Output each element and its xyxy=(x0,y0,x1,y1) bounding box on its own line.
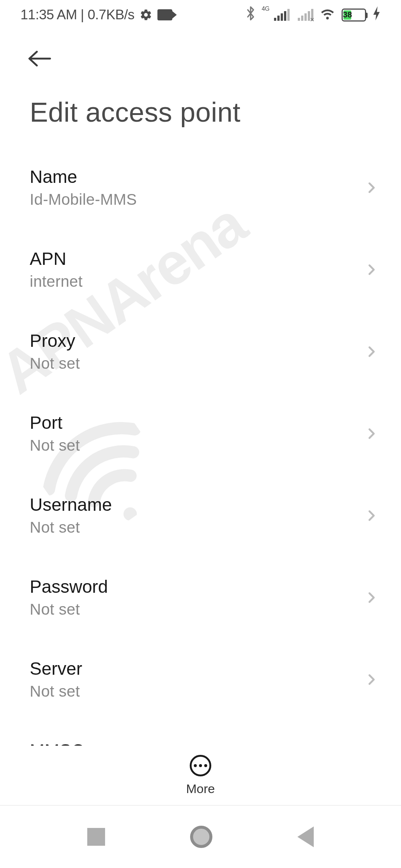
system-nav-bar xyxy=(0,805,401,868)
setting-proxy[interactable]: Proxy Not set xyxy=(0,310,401,392)
status-left: 11:35 AM | 0.7KB/s xyxy=(20,7,172,23)
wifi-icon xyxy=(319,7,336,24)
gear-icon xyxy=(140,9,152,21)
nav-recent-button[interactable] xyxy=(87,828,105,846)
setting-label: Password xyxy=(30,576,364,597)
chevron-right-icon xyxy=(364,262,379,277)
setting-server[interactable]: Server Not set xyxy=(0,638,401,720)
page-title: Edit access point xyxy=(0,82,401,147)
chevron-right-icon xyxy=(364,672,379,687)
setting-value: Id-Mobile-MMS xyxy=(30,191,364,208)
setting-label: Port xyxy=(30,412,364,433)
settings-list: Name Id-Mobile-MMS APN internet Proxy No… xyxy=(0,147,401,848)
setting-label: Proxy xyxy=(30,331,364,351)
arrow-left-icon xyxy=(28,50,51,67)
setting-label: Name xyxy=(30,167,364,187)
setting-label: Server xyxy=(30,658,364,679)
setting-password[interactable]: Password Not set xyxy=(0,556,401,638)
back-button[interactable] xyxy=(28,47,52,70)
more-button[interactable]: More xyxy=(0,746,401,805)
bluetooth-icon xyxy=(245,6,256,24)
chevron-right-icon xyxy=(364,590,379,605)
charging-icon xyxy=(373,6,381,23)
chevron-right-icon xyxy=(364,426,379,441)
setting-name[interactable]: Name Id-Mobile-MMS xyxy=(0,147,401,228)
setting-apn[interactable]: APN internet xyxy=(0,228,401,310)
setting-label: Username xyxy=(30,494,364,515)
setting-value: Not set xyxy=(30,601,364,618)
back-row xyxy=(0,30,401,82)
nav-home-button[interactable] xyxy=(190,826,212,848)
more-label: More xyxy=(186,782,215,796)
setting-label: APN xyxy=(30,249,364,269)
setting-value: Not set xyxy=(30,519,364,536)
battery-icon: 38 xyxy=(342,9,366,22)
camera-icon xyxy=(157,9,172,20)
signal-1-icon xyxy=(274,9,290,21)
status-time: 11:35 AM | 0.7KB/s xyxy=(20,7,134,23)
chevron-right-icon xyxy=(364,344,379,359)
setting-username[interactable]: Username Not set xyxy=(0,474,401,556)
status-bar: 11:35 AM | 0.7KB/s 4G × 38 xyxy=(0,0,401,30)
status-right: 4G × 38 xyxy=(245,6,381,24)
setting-value: Not set xyxy=(30,355,364,372)
signal-2-icon: × xyxy=(298,9,313,21)
setting-value: Not set xyxy=(30,683,364,700)
chevron-right-icon xyxy=(364,180,379,195)
nav-back-button[interactable] xyxy=(297,826,314,847)
mobile-data-label: 4G xyxy=(262,6,270,12)
more-icon xyxy=(190,755,211,776)
setting-value: internet xyxy=(30,273,364,290)
setting-value: Not set xyxy=(30,437,364,454)
chevron-right-icon xyxy=(364,508,379,523)
setting-port[interactable]: Port Not set xyxy=(0,392,401,474)
